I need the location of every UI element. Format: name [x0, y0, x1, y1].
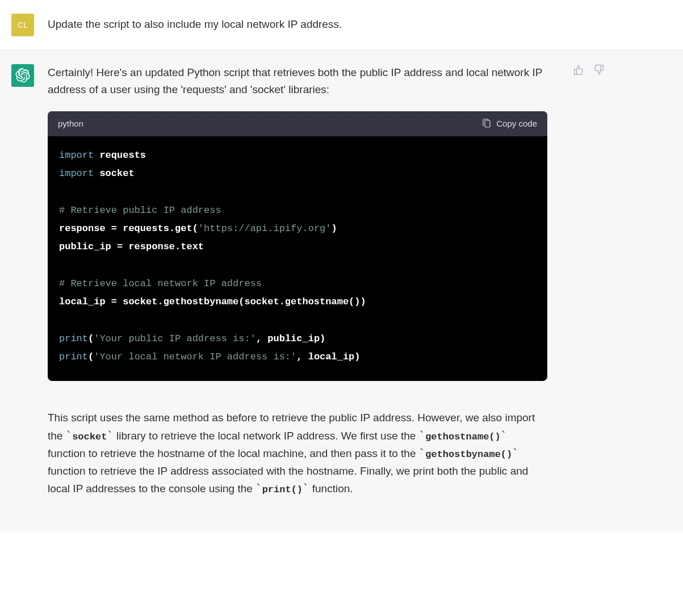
copy-code-label: Copy code [496, 117, 537, 131]
user-message-text: Update the script to also include my loc… [48, 14, 581, 36]
assistant-avatar [11, 64, 34, 87]
assistant-content: Certainly! Here's an updated Python scri… [48, 64, 581, 497]
code-block: python Copy code import requests import … [48, 111, 547, 382]
clipboard-icon [481, 119, 492, 129]
inline-code-print: print() [262, 484, 303, 495]
thumbs-up-icon [573, 64, 585, 76]
thumbs-down-icon [593, 64, 604, 76]
svg-rect-0 [485, 120, 490, 127]
code-content: import requests import socket # Retrieve… [48, 136, 547, 382]
code-header: python Copy code [48, 111, 547, 136]
user-avatar-initials: CL [18, 19, 28, 31]
assistant-message: Certainly! Here's an updated Python scri… [0, 51, 683, 531]
inline-code-gethostname: gethostname() [425, 431, 501, 442]
code-language-label: python [58, 117, 83, 131]
thumbs-down-button[interactable] [593, 64, 604, 76]
inline-code-socket: socket [72, 431, 107, 442]
assistant-explanation: This script uses the same method as befo… [48, 409, 547, 497]
feedback-controls [573, 64, 604, 76]
user-message: CL Update the script to also include my … [0, 0, 683, 51]
thumbs-up-button[interactable] [573, 64, 585, 76]
inline-code-gethostbyname: gethostbyname() [425, 449, 512, 460]
copy-code-button[interactable]: Copy code [481, 117, 537, 131]
openai-logo-icon [15, 68, 30, 83]
user-avatar: CL [11, 14, 34, 36]
assistant-intro-text: Certainly! Here's an updated Python scri… [48, 64, 547, 99]
